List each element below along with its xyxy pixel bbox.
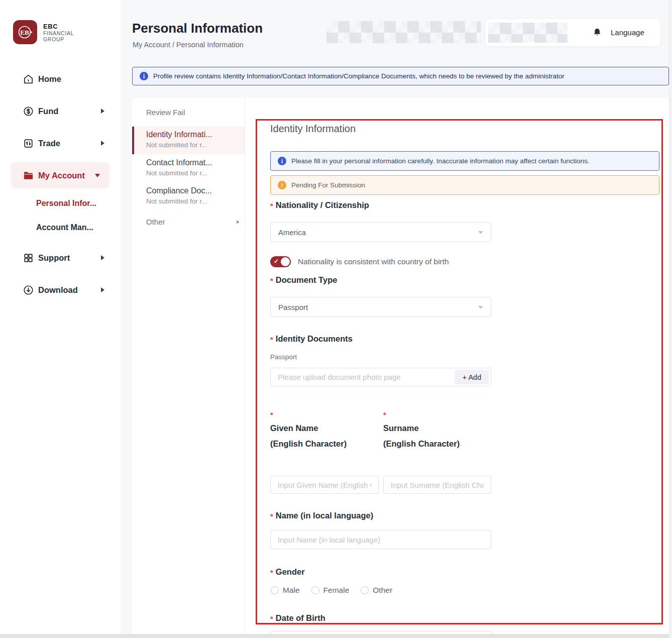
required-marker: *	[270, 510, 273, 522]
gender-radio-female[interactable]: Female	[311, 586, 350, 595]
surname-input[interactable]	[383, 476, 491, 494]
info-icon	[278, 157, 286, 165]
subnav-item-title: Identity Informati...	[146, 130, 240, 139]
radio-label: Male	[283, 586, 300, 595]
radio-circle-icon	[361, 586, 369, 594]
required-marker: *	[270, 199, 273, 211]
sidebar-item-label: Download	[38, 285, 78, 295]
subnav-item-identity-information[interactable]: Identity Informati... Not submitted for …	[132, 127, 245, 154]
pending-alert-text: Pending For Submission	[291, 181, 365, 189]
brand-line-3: GROUP	[43, 36, 74, 42]
required-marker: *	[270, 566, 273, 578]
label-text: Nationality / Citizenship	[276, 199, 369, 211]
sidebar-item-label: My Account	[38, 171, 85, 180]
surname-label-note: (English Character)	[383, 438, 460, 449]
gender-radio-other[interactable]: Other	[361, 586, 392, 595]
add-document-button[interactable]: + Add	[455, 370, 489, 384]
sidebar-item-fund[interactable]: Fund	[0, 95, 121, 127]
svg-text:EB: EB	[20, 29, 29, 36]
toggle-knob	[281, 257, 290, 266]
label-text: Gender	[276, 566, 305, 578]
brand-line-1: EBC	[43, 23, 74, 30]
subnav-item-title: Compliance Doc...	[146, 186, 240, 195]
subnav-item-compliance-documents[interactable]: Compliance Doc... Not submitted for r...	[132, 183, 245, 210]
chevron-right-icon	[101, 109, 104, 114]
home-icon	[22, 73, 34, 85]
sidebar-item-support[interactable]: Support	[0, 242, 121, 274]
nationality-label: * Nationality / Citizenship	[270, 199, 369, 211]
subnav-item-contact-information[interactable]: Contact Informat... Not submitted for r.…	[132, 155, 245, 182]
horizontal-scrollbar[interactable]	[0, 634, 672, 638]
nationality-value: America	[278, 228, 306, 237]
grid-icon	[22, 252, 34, 264]
subnav-item-other[interactable]: Other	[146, 218, 240, 226]
chevron-right-icon	[101, 287, 104, 292]
warning-icon	[278, 181, 286, 189]
chevron-down-icon	[95, 174, 100, 177]
radio-circle-icon	[311, 586, 319, 594]
sidebar-item-trade[interactable]: Trade	[0, 127, 121, 159]
form-title: Identity Information	[270, 123, 356, 135]
sidebar-subitem-label: Account Man...	[36, 223, 93, 232]
gender-radio-male[interactable]: Male	[271, 586, 300, 595]
required-marker: *	[270, 333, 273, 345]
required-marker: *	[270, 274, 273, 286]
chevron-right-icon	[237, 220, 240, 224]
nationality-consistent-row: Nationality is consistent with country o…	[270, 256, 449, 267]
sidebar-item-label: Support	[38, 253, 70, 263]
document-type-label: * Document Type	[270, 274, 337, 286]
vertical-scrollbar[interactable]	[669, 0, 672, 638]
required-marker: *	[270, 408, 273, 420]
language-selector[interactable]: Language	[611, 28, 644, 37]
topbar-user-card: Language	[485, 19, 660, 46]
pending-submission-alert: Pending For Submission	[270, 175, 659, 195]
ebc-logo-icon: EB	[13, 20, 37, 44]
document-type-value: Passport	[278, 303, 308, 311]
required-marker: *	[383, 408, 386, 420]
document-upload-field[interactable]: Please upload document photo page + Add	[270, 368, 491, 386]
notification-bell-icon[interactable]	[592, 27, 603, 41]
subnav-item-title: Other	[146, 218, 165, 226]
info-icon	[140, 72, 148, 80]
radio-label: Other	[373, 586, 392, 595]
local-name-input[interactable]	[270, 530, 491, 549]
sidebar-item-download[interactable]: Download	[0, 274, 121, 306]
radio-circle-icon	[271, 586, 279, 594]
chevron-right-icon	[101, 255, 104, 260]
nationality-consistent-toggle[interactable]	[270, 256, 291, 267]
date-of-birth-label: * Date of Birth	[270, 612, 325, 624]
gender-radio-group: Male Female Other	[271, 586, 392, 595]
label-text: Name (in local language)	[276, 510, 373, 522]
info-alert-text: Please fill in your personal information…	[291, 157, 590, 165]
given-name-required: *	[270, 408, 273, 420]
banner-text: Profile review contains Identity Informa…	[153, 72, 565, 80]
personal-information-panel: Review Fail Identity Informati... Not su…	[132, 98, 669, 634]
nationality-select[interactable]: America	[270, 222, 491, 242]
document-type-select[interactable]: Passport	[270, 297, 491, 317]
redacted-account-info	[326, 21, 481, 43]
review-status-header: Review Fail	[146, 108, 185, 117]
sidebar-item-my-account[interactable]: My Account	[11, 162, 109, 188]
label-text: Date of Birth	[276, 612, 325, 624]
gender-label: * Gender	[270, 566, 305, 578]
toggle-label: Nationality is consistent with country o…	[298, 257, 449, 266]
sidebar-item-label: Home	[38, 74, 61, 84]
download-icon	[22, 284, 34, 296]
sidebar-subitem-account-management[interactable]: Account Man...	[36, 216, 93, 240]
subnav-item-title: Contact Informat...	[146, 158, 240, 167]
local-name-label: * Name (in local language)	[270, 510, 373, 522]
surname-label: Surname	[383, 422, 419, 434]
given-name-input[interactable]	[270, 476, 379, 494]
given-name-label-note: (English Character)	[270, 438, 347, 449]
brand-name: EBC FINANCIAL GROUP	[43, 23, 74, 42]
passport-sublabel: Passport	[270, 353, 297, 361]
breadcrumb: My Account / Personal Information	[133, 41, 244, 49]
sidebar-item-home[interactable]: Home	[0, 63, 121, 95]
chevron-right-icon	[101, 141, 104, 146]
sidebar-subitem-personal-information[interactable]: Personal Infor...	[36, 191, 96, 216]
folder-icon	[22, 169, 34, 181]
identity-documents-label: * Identity Documents	[270, 333, 353, 345]
required-marker: *	[270, 612, 273, 624]
sidebar-item-label: Fund	[38, 107, 58, 116]
subnav-divider	[245, 98, 245, 634]
